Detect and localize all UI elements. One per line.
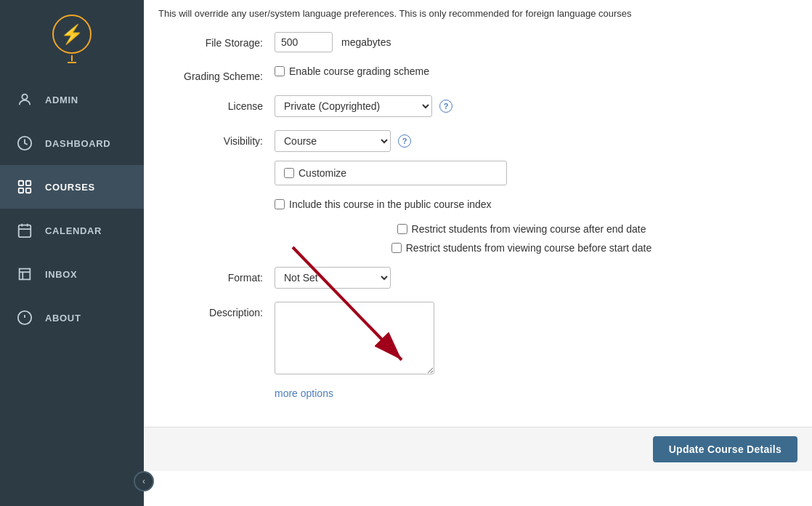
license-row: License Private (Copyrighted) Public Dom… (158, 95, 768, 117)
file-storage-field: megabytes (275, 32, 768, 52)
public-index-row: Include this course in the public course… (158, 198, 768, 210)
public-index-label-spacer (158, 198, 275, 204)
license-field: Private (Copyrighted) Public Domain CC A… (275, 95, 768, 117)
sidebar: ⚡ ADMIN DASHBOARD (0, 0, 144, 506)
restrict-after-text: Restrict students from viewing course af… (412, 223, 646, 235)
restrict-after-checkbox-label[interactable]: Restrict students from viewing course af… (397, 223, 646, 235)
license-select[interactable]: Private (Copyrighted) Public Domain CC A… (275, 95, 432, 117)
customize-checkbox-text: Customize (299, 167, 346, 179)
public-index-field: Include this course in the public course… (275, 198, 768, 210)
update-course-details-button[interactable]: Update Course Details (653, 436, 797, 462)
sidebar-logo: ⚡ (52, 0, 92, 71)
logo-base (68, 62, 76, 63)
visibility-select[interactable]: Course Institution Public (275, 130, 391, 152)
restrict-after-checkbox[interactable] (397, 224, 407, 234)
public-index-checkbox-label[interactable]: Include this course in the public course… (275, 198, 492, 210)
restrict-checkboxes-field: Restrict students from viewing course af… (275, 223, 768, 254)
more-options-row: more options (158, 387, 768, 399)
description-row: Description: (158, 302, 768, 374)
grading-scheme-checkbox-label[interactable]: Enable course grading scheme (275, 65, 429, 77)
svg-point-0 (22, 95, 27, 100)
sidebar-item-about-label: ABOUT (45, 313, 81, 324)
sidebar-collapse-button[interactable]: ‹ (134, 471, 154, 491)
license-help-icon[interactable]: ? (439, 100, 452, 113)
logo-circle: ⚡ (52, 15, 92, 54)
restrict-label-spacer (158, 223, 275, 228)
grading-scheme-field: Enable course grading scheme (275, 65, 768, 77)
sidebar-item-calendar-label: CALENDAR (45, 225, 102, 236)
format-select[interactable]: Not Set On-Campus Online Blended (275, 267, 391, 289)
more-options-link[interactable]: more options (275, 387, 333, 399)
visibility-customize-box: Customize (275, 161, 507, 185)
public-index-checkbox[interactable] (275, 199, 285, 209)
inbox-icon (15, 264, 35, 284)
restrict-checkboxes-row: Restrict students from viewing course af… (158, 223, 768, 254)
nav-items: ADMIN DASHBOARD COURSES (0, 78, 144, 340)
grading-scheme-label: Grading Scheme: (158, 65, 275, 82)
sidebar-item-courses[interactable]: COURSES (0, 165, 144, 209)
logo-stand (71, 55, 73, 61)
sidebar-item-calendar[interactable]: CALENDAR (0, 209, 144, 252)
format-field: Not Set On-Campus Online Blended (275, 267, 768, 289)
dashboard-icon (15, 133, 35, 153)
chevron-left-icon: ‹ (142, 476, 145, 486)
calendar-icon (15, 220, 35, 241)
sidebar-item-courses-label: COURSES (45, 182, 95, 193)
form-content-area: This will override any user/system langu… (144, 0, 797, 427)
format-label: Format: (158, 267, 275, 284)
courses-icon (15, 177, 35, 197)
grading-scheme-row: Grading Scheme: Enable course grading sc… (158, 65, 768, 82)
license-label: License (158, 95, 275, 112)
svg-rect-4 (19, 188, 23, 193)
description-field (275, 302, 768, 374)
customize-checkbox-label[interactable]: Customize (284, 167, 498, 179)
svg-rect-3 (26, 181, 31, 185)
restrict-before-text: Restrict students from viewing course be… (406, 242, 651, 254)
file-storage-row: File Storage: megabytes (158, 32, 768, 52)
main-content: This will override any user/system langu… (144, 0, 812, 506)
svg-rect-2 (19, 181, 23, 185)
sidebar-item-about[interactable]: ABOUT (0, 296, 144, 340)
megabytes-label: megabytes (341, 36, 391, 48)
format-row: Format: Not Set On-Campus Online Blended (158, 267, 768, 289)
more-options-label-spacer (158, 387, 275, 393)
sidebar-item-dashboard-label: DASHBOARD (45, 138, 110, 149)
visibility-field: Course Institution Public ? Customize (275, 130, 768, 185)
svg-rect-5 (26, 188, 31, 193)
description-textarea[interactable] (275, 302, 434, 374)
customize-checkbox[interactable] (284, 168, 294, 178)
top-notice-text: This will override any user/system langu… (158, 0, 768, 32)
visibility-row: Visibility: Course Institution Public ? … (158, 130, 768, 185)
sidebar-item-inbox[interactable]: INBOX (0, 252, 144, 296)
visibility-label: Visibility: (158, 130, 275, 147)
grading-scheme-checkbox-text: Enable course grading scheme (289, 65, 429, 77)
sidebar-item-admin-label: ADMIN (45, 95, 78, 105)
visibility-help-icon[interactable]: ? (398, 134, 411, 148)
logo-bolt-icon: ⚡ (60, 25, 84, 44)
restrict-before-checkbox-label[interactable]: Restrict students from viewing course be… (391, 242, 651, 254)
about-icon (15, 308, 35, 328)
sidebar-item-dashboard[interactable]: DASHBOARD (0, 121, 144, 165)
description-label: Description: (158, 302, 275, 318)
file-storage-input[interactable] (275, 32, 333, 52)
restrict-before-checkbox[interactable] (391, 243, 402, 253)
admin-icon (15, 89, 35, 110)
file-storage-label: File Storage: (158, 32, 275, 49)
sidebar-item-inbox-label: INBOX (45, 269, 77, 280)
sidebar-item-admin[interactable]: ADMIN (0, 78, 144, 121)
grading-scheme-checkbox[interactable] (275, 66, 285, 76)
svg-rect-6 (19, 225, 31, 238)
public-index-checkbox-text: Include this course in the public course… (289, 198, 492, 210)
more-options-field: more options (275, 387, 768, 399)
bottom-bar: Update Course Details (144, 427, 812, 471)
